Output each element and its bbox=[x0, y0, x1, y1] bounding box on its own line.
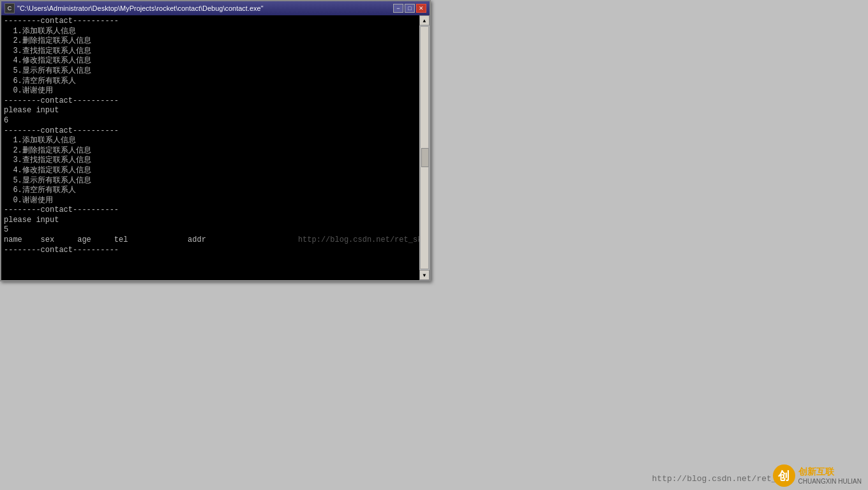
window-title: "C:\Users\Administrator\Desktop\MyProjec… bbox=[17, 4, 264, 12]
scrollbar[interactable]: ▲ ▼ bbox=[419, 15, 430, 280]
console-window: C "C:\Users\Administrator\Desktop\MyProj… bbox=[0, 0, 431, 281]
logo-area: 创 创新互联 CHUANGXIN HULIAN bbox=[773, 464, 862, 487]
logo-text: 创新互联 CHUANGXIN HULIAN bbox=[798, 466, 862, 485]
logo-line2: CHUANGXIN HULIAN bbox=[798, 478, 862, 485]
window-icon: C bbox=[4, 3, 15, 13]
title-bar-left: C "C:\Users\Administrator\Desktop\MyProj… bbox=[4, 3, 264, 13]
scroll-track bbox=[420, 26, 429, 269]
console-body: --------contact---------- 1.添加联系人信息 2.删除… bbox=[1, 15, 430, 280]
scroll-up-button[interactable]: ▲ bbox=[419, 15, 430, 26]
maximize-button[interactable]: □ bbox=[405, 4, 415, 13]
minimize-button[interactable]: − bbox=[393, 4, 403, 13]
title-buttons: − □ ✕ bbox=[393, 4, 426, 13]
logo-line1: 创新互联 bbox=[798, 466, 862, 478]
scroll-thumb[interactable] bbox=[421, 148, 429, 167]
close-button[interactable]: ✕ bbox=[416, 4, 426, 13]
scroll-down-button[interactable]: ▼ bbox=[419, 270, 430, 280]
watermark-url: http://blog.csdn.net/ret_skd bbox=[652, 474, 791, 484]
title-bar: C "C:\Users\Administrator\Desktop\MyProj… bbox=[1, 1, 430, 15]
console-content: --------contact---------- 1.添加联系人信息 2.删除… bbox=[4, 17, 427, 255]
logo-icon: 创 bbox=[773, 464, 795, 487]
